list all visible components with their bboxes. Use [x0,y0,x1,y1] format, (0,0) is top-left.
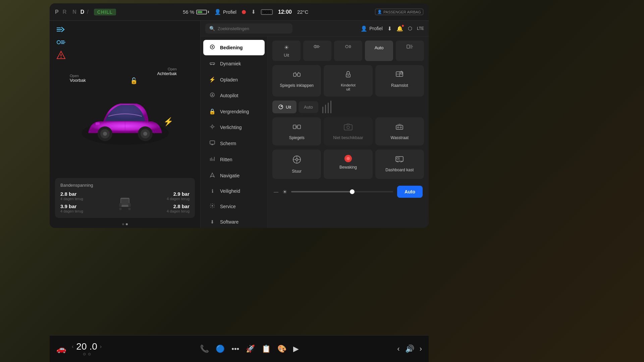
profile-label: Profiel [223,9,236,15]
wasstraat-icon [395,123,404,133]
svg-point-79 [397,127,399,128]
download-btn[interactable]: ⬇ [387,25,392,32]
next-icon[interactable]: › [420,345,422,353]
bluetooth-icon[interactable]: ⬡ [408,25,412,32]
media-icon[interactable]: 🔵 [216,345,225,353]
light-mode-row: ☀ Uit [272,41,424,61]
niet-beschikbaar-btn[interactable]: Niet beschikbaar [324,117,372,145]
nav-item-software[interactable]: ⬇ Software [203,215,265,228]
content-area: Open Voorbak Open Achterbak 🔓 [50,21,429,228]
nav-item-dynamiek[interactable]: Dynamiek [203,56,265,71]
d-indicator: D [80,9,85,15]
status-bar: P R N D / CHILL 56 % 👤 Profiel [50,3,429,21]
dot-2[interactable] [126,223,128,225]
battery-icon [196,10,209,14]
rocket-icon[interactable]: 🚀 [246,345,255,353]
rear-trunk-label[interactable]: Open Achterbak [157,67,177,76]
nav-item-scherm[interactable]: Scherm [203,136,265,151]
nav-icon-scherm [209,140,216,147]
spiegels-btn[interactable]: Spiegels [272,117,321,145]
prnd-indicator: P R N D [55,9,85,15]
phone-icon[interactable]: 📞 [200,345,209,353]
airbag-icon: 👤 [377,10,382,14]
svg-point-9 [61,57,62,58]
svg-rect-60 [293,73,296,76]
nav-item-opladen[interactable]: ⚡ Opladen [203,72,265,87]
wiper-speed-1[interactable] [322,107,323,113]
right-panel: 🔍 👤 Profiel ⬇ 🔔 ⬡ LTE [201,21,429,228]
mode-park[interactable] [303,41,331,61]
search-input[interactable] [218,26,288,31]
brightness-slider[interactable] [291,191,393,192]
more-icon[interactable]: ••• [231,345,239,353]
kindeslot-btn[interactable]: Kinderlot uit [324,65,372,97]
left-panel: Open Voorbak Open Achterbak 🔓 [50,21,201,228]
wiper-uit-btn[interactable]: Uit [272,101,297,113]
auto-button[interactable]: Auto [397,186,423,198]
play-icon[interactable]: ▶ [293,345,299,353]
nav-item-verlichting[interactable]: Verlichting [203,120,265,135]
dashboard-kast-btn[interactable]: Dashboard kast [375,149,424,179]
bewaking-btn[interactable]: Bewaking [324,149,372,179]
volume-icon[interactable]: 🔊 [405,345,414,353]
raamslot-btn[interactable]: Raamslot [375,65,424,97]
brightness-thumb [350,189,355,194]
front-trunk-label[interactable]: Open Voorbak [70,74,86,83]
nav-label-navigatie: Navigatie [220,173,239,178]
stuur-btn[interactable]: Stuur [272,149,321,179]
fl-pressure: 2.8 bar [60,191,114,197]
svg-rect-21 [119,203,121,207]
prev-icon[interactable]: ‹ [397,345,399,353]
beam-icon[interactable] [55,38,67,47]
mode-uit[interactable]: ☀ Uit [272,41,301,61]
wiper-speed-4[interactable] [330,101,331,113]
nav-label-verlichting: Verlichting [220,125,242,130]
dot-1[interactable] [122,223,124,225]
svg-point-85 [296,159,298,161]
lte-icon: LTE [417,26,424,31]
nav-label-scherm: Scherm [220,141,236,146]
search-row[interactable]: 🔍 [205,23,292,34]
svg-point-29 [213,64,214,65]
window-lock-icon [395,70,404,80]
nav-item-ritten[interactable]: Ritten [203,152,265,167]
car-home-icon[interactable]: 🚗 [56,344,66,354]
airbag-label: PASSENGER AIRBAG [383,10,421,14]
profile-button[interactable]: 👤 Profiel [214,9,236,15]
nav-item-service[interactable]: Service [203,199,265,214]
niet-beschikbaar-label: Niet beschikbaar [333,135,363,140]
nav-item-navigatie[interactable]: Navigatie [203,168,265,183]
notification-btn[interactable]: 🔔 [396,25,403,32]
status-center: 56 % 👤 Profiel ⬇ SOS 12:00 22°C [116,9,375,15]
mode-low[interactable] [334,41,362,61]
download-icon: ⬇ [251,9,256,15]
fl-date: 4 dagen terug [60,197,114,201]
nav-label-ritten: Ritten [220,157,232,162]
wiper-speed-3[interactable] [328,103,329,113]
apps-icon[interactable]: 🎨 [277,345,286,353]
nav-label-software: Software [220,219,238,225]
mode-extra[interactable] [396,41,424,61]
speed-arrow-left[interactable]: ‹ [72,344,73,350]
mode-auto[interactable]: Auto [365,41,393,61]
profile-name-row[interactable]: 👤 Profiel [361,25,383,32]
wasstraat-btn[interactable]: Wasstraat [375,117,424,145]
warning-icon[interactable] [55,50,67,60]
nav-label-veiligheid: Veiligheid [220,188,240,194]
nav-item-bediening[interactable]: Bediening [203,40,265,55]
nav-item-vergrendeling[interactable]: 🔒 Vergrendeling [203,104,265,119]
wiper-speeds [322,101,331,113]
wiper-auto-btn[interactable]: Auto [299,101,318,113]
nav-item-veiligheid[interactable]: ℹ Veiligheid [203,184,265,198]
speed-arrow-right[interactable]: › [100,344,102,350]
calendar-icon[interactable]: 📋 [262,345,271,353]
settings-panel: ☀ Uit [268,37,429,228]
wiper-speed-2[interactable] [325,105,326,113]
fr-pressure: 2.9 bar [137,191,190,197]
profile-row: 👤 Profiel ⬇ 🔔 ⬡ LTE [361,25,424,32]
speed-value: 20 [76,341,87,352]
dashboard-kast-icon [395,155,404,165]
headlights-icon[interactable] [55,25,67,34]
nav-item-autopilot[interactable]: Autopilot [203,88,265,103]
spiegels-inklappen-btn[interactable]: Spiegels inklappen [272,65,321,97]
